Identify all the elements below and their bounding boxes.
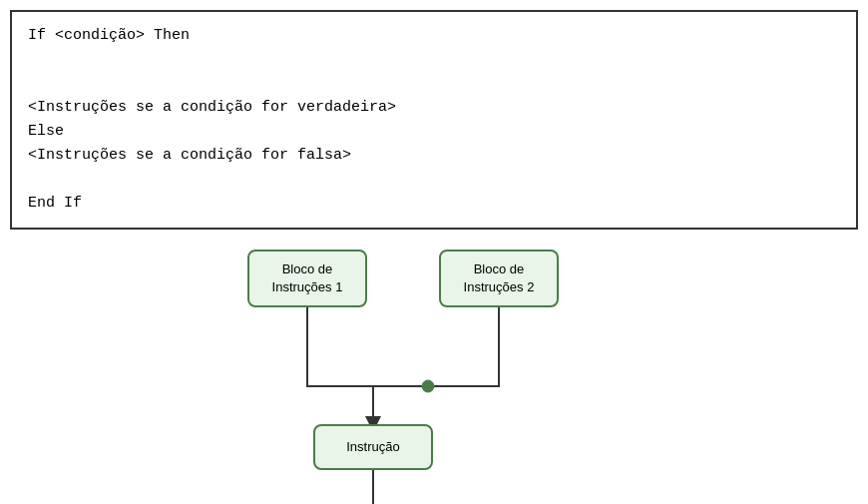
- junction-dot: [422, 380, 434, 392]
- diagram-area: Bloco deInstruções 1 Bloco deInstruções …: [0, 230, 868, 504]
- code-block: If <condição> Then <Instruções se a cond…: [10, 10, 858, 230]
- code-line-6: <Instruções se a condição for falsa>: [28, 144, 840, 168]
- bloco2-label: Bloco deInstruções 2: [464, 260, 535, 296]
- code-line-7: [28, 168, 840, 192]
- bloco-instrucoes-1: Bloco deInstruções 1: [247, 250, 367, 307]
- instrucao-label: Instrução: [346, 438, 399, 456]
- code-line-2: [28, 48, 840, 72]
- code-line-8: End If: [28, 192, 840, 216]
- code-line-3: [28, 72, 840, 96]
- diagram-svg: [0, 230, 868, 504]
- code-line-5: Else: [28, 120, 840, 144]
- bloco1-label: Bloco deInstruções 1: [272, 260, 343, 296]
- bloco-instrucoes-2: Bloco deInstruções 2: [439, 250, 559, 307]
- left-branch-line: [307, 307, 428, 386]
- code-line-4: <Instruções se a condição for verdadeira…: [28, 96, 840, 120]
- instrucao-box: Instrução: [313, 424, 433, 470]
- right-branch-line: [428, 307, 499, 386]
- code-line-1: If <condição> Then: [28, 24, 840, 48]
